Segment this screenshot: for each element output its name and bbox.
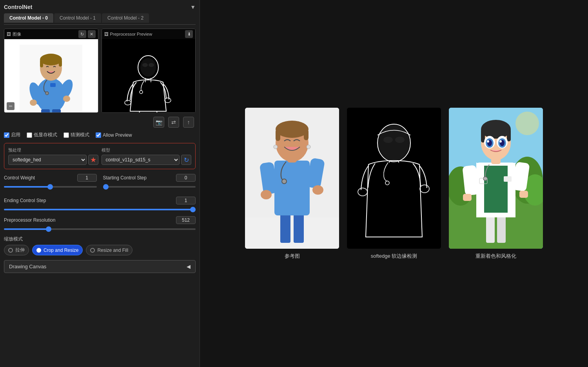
svg-point-18 [142,63,148,67]
allow-preview-input[interactable] [96,132,101,138]
zoom-resize-fill-btn[interactable]: Resize and Fill [86,245,132,255]
preprocessor-preview-box: 🖼 Preprocessor Preview ⬇ [102,29,196,113]
svg-rect-31 [274,161,310,215]
panel-header: ControlNet ▼ [4,4,196,10]
guess-mode-label: 猜测模式 [71,132,89,138]
preview-icon: 🖼 [104,32,109,36]
enable-input[interactable] [4,132,9,138]
output-reference-img [245,108,339,249]
preprocessor-label: 预处理 [8,147,98,153]
starting-step-slider[interactable] [103,186,196,188]
control-weight-value[interactable] [77,174,97,182]
drawing-canvas-btn[interactable]: Drawing Canvas ◀ [4,260,196,273]
edit-pencil-btn[interactable]: ✏ [7,102,15,110]
drawing-canvas-icon: ◀ [187,264,191,269]
panel-collapse-btn[interactable]: ▼ [190,4,196,10]
preprocessor-res-slider-row: Preprocessor Resolution [4,216,196,231]
camera-btn[interactable]: 📷 [153,117,164,128]
original-image-box: 🖼 图像 ↻ ✕ [4,29,98,113]
output-softedge-img [347,108,441,249]
ending-step-slider[interactable] [4,209,196,210]
zoom-crop-resize-btn[interactable]: Crop and Resize [32,245,83,255]
refresh-btn[interactable]: ↻ [78,30,86,38]
swap-btn[interactable]: ⇄ [168,117,179,128]
reference-caption: 参考图 [285,253,300,260]
control-weight-slider-row: Control Weight [4,174,97,189]
ending-step-value[interactable] [176,197,196,204]
left-panel: ControlNet ▼ Control Model - 0 Control M… [0,0,200,367]
control-weight-slider[interactable] [4,186,97,188]
resize-fill-radio-dot [90,248,95,253]
guess-mode-checkbox[interactable]: 猜测模式 [64,132,89,138]
svg-point-43 [307,145,310,149]
tab-control-model-1[interactable]: Control Model - 1 [54,13,101,23]
zoom-radio-group: 拉伸 Crop and Resize Resize and Fill [4,245,196,255]
preprocessor-res-value[interactable] [176,216,196,224]
svg-point-46 [383,137,393,143]
svg-point-47 [395,137,405,143]
starting-step-value[interactable] [176,174,196,182]
svg-rect-13 [41,109,50,113]
svg-point-59 [515,112,539,135]
svg-rect-68 [463,194,472,201]
tab-control-model-0[interactable]: Control Model - 0 [4,13,53,23]
reference-svg [245,108,339,249]
crop-resize-radio-dot [36,248,41,253]
zoom-label: 缩放模式 [4,236,196,242]
stylized-caption: 重新着色和风格化 [475,253,516,260]
svg-point-8 [40,54,62,65]
model-select-row: control_v11p_sd15_s ↻ [102,155,192,165]
svg-rect-9 [40,60,43,67]
guess-mode-input[interactable] [64,132,69,138]
star-icon: ★ [90,155,96,164]
svg-point-35 [312,185,323,195]
model-select[interactable]: control_v11p_sd15_s [102,155,180,165]
softedge-svg [347,108,441,249]
enable-label: 启用 [11,132,20,138]
preprocessor-res-slider[interactable] [4,228,196,230]
image-label: 图像 [13,31,21,37]
output-softedge-wrap: softedge 软边缘检测 [347,108,441,260]
svg-point-4 [30,99,37,106]
drawing-canvas-section: Drawing Canvas ◀ [4,260,196,273]
refresh-icon: ↻ [184,156,189,164]
download-preview-btn[interactable]: ⬇ [185,30,193,38]
svg-point-19 [149,63,154,67]
close-btn[interactable]: ✕ [88,30,96,38]
low-vram-checkbox[interactable]: 低显存模式 [27,132,57,138]
model-section: 模型 control_v11p_sd15_s ↻ [102,147,192,165]
output-images-container: 参考图 [245,108,543,260]
model-refresh-btn[interactable]: ↻ [181,155,191,165]
svg-point-42 [274,145,278,149]
low-vram-label: 低显存模式 [34,132,57,138]
allow-preview-checkbox[interactable]: Allow Preview [96,132,132,138]
preprocessor-select[interactable]: softedge_hed [8,155,87,165]
svg-point-38 [276,121,309,138]
starting-step-label: Starting Control Step [103,175,147,181]
action-row: 📷 ⇄ ↑ [4,117,196,128]
svg-point-41 [282,179,287,184]
ending-step-label: Ending Control Step [4,198,47,203]
low-vram-input[interactable] [27,132,32,138]
svg-point-83 [499,140,502,143]
svg-rect-86 [504,176,512,182]
tab-control-model-2[interactable]: Control Model - 2 [102,13,149,23]
zoom-stretch-btn[interactable]: 拉伸 [4,245,29,255]
svg-rect-12 [50,83,56,87]
output-stylized-img [449,108,543,249]
svg-rect-73 [481,129,485,143]
control-weight-label: Control Weight [4,175,47,181]
svg-rect-74 [507,129,511,141]
preprocessor-star-btn[interactable]: ★ [88,155,98,165]
svg-rect-28 [245,217,339,249]
output-stylized-wrap: 重新着色和风格化 [449,108,543,260]
enable-checkbox[interactable]: 启用 [4,132,20,138]
preprocessor-select-row: softedge_hed ★ [8,155,98,165]
model-label: 模型 [102,147,192,153]
svg-marker-65 [508,163,515,217]
svg-rect-63 [484,166,508,213]
upload-btn[interactable]: ↑ [183,117,194,128]
panel-title: ControlNet [4,4,32,10]
images-row: 🖼 图像 ↻ ✕ [4,29,196,113]
allow-preview-label: Allow Preview [103,132,132,138]
